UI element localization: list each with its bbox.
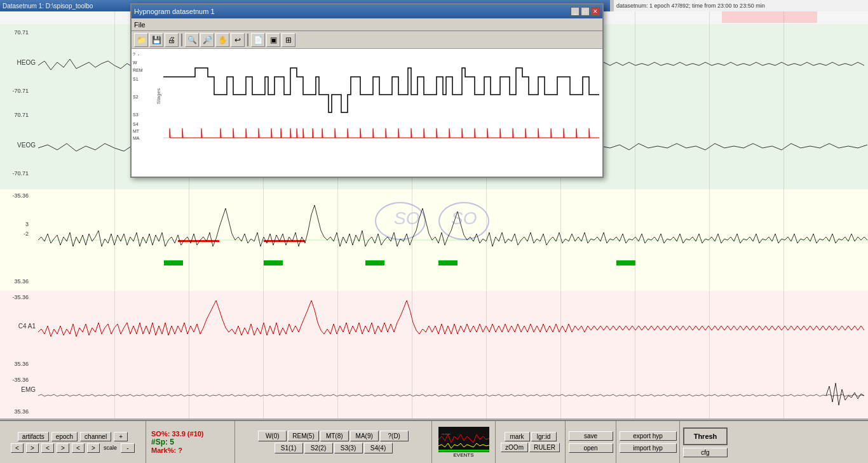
artifacts-btn[interactable]: artifacts	[18, 432, 49, 441]
so-text-2: SO	[451, 208, 477, 229]
veog-label: VEOG	[0, 142, 38, 149]
s1-btn[interactable]: S1(1)	[275, 443, 303, 453]
export-hyp-btn[interactable]: export hyp	[620, 431, 677, 441]
event-row-2: S1(1) S2(2) S3(3) S4(4)	[275, 443, 393, 453]
mini-wave-display: ~~~	[438, 427, 489, 452]
stages-axis-label: Stages	[156, 88, 161, 104]
hypno-menu: File	[132, 18, 602, 31]
left-controls-section: artifacts epoch channel + < > < > < > sc…	[0, 421, 146, 463]
top-highlight-4	[722, 11, 817, 23]
hypno-single-btn[interactable]: ▣	[266, 33, 280, 47]
s4-btn[interactable]: S4(4)	[364, 443, 393, 453]
save-open-section: save open	[566, 421, 616, 463]
vgrid-8	[635, 11, 635, 419]
hypno-print-btn[interactable]: 🖨	[165, 33, 179, 47]
emg-scale-bot: 35.36	[0, 408, 29, 415]
lgrid-btn[interactable]: lgr:id	[531, 432, 557, 441]
hypno-zoomout-btn[interactable]: 🔎	[200, 33, 214, 47]
epoch-btn[interactable]: epoch	[51, 432, 78, 441]
hypno-title: Hypnogram datasetnum 1	[134, 8, 215, 15]
thresh-btn[interactable]: Thresh	[683, 427, 728, 445]
heog-scale-top: 70.71	[0, 29, 29, 36]
hypno-window: Hypnogram datasetnum 1 _ □ ✕ File 📁 💾 🖨 …	[130, 3, 604, 178]
save-btn[interactable]: save	[569, 431, 613, 441]
minus-btn[interactable]: -	[121, 443, 135, 453]
hypno-zoomin-btn[interactable]: 🔍	[185, 33, 199, 47]
hypno-double-btn[interactable]: ⊞	[281, 33, 295, 47]
emg-area: EMG -35.36 35.36	[0, 373, 868, 418]
vgrid-10	[783, 11, 784, 419]
ctrl-row-1: mark lgr:id	[505, 432, 557, 441]
heog-scale-bot: -70.71	[0, 88, 29, 94]
nav-rt-2[interactable]: >	[57, 443, 69, 453]
hypno-page-btn[interactable]: 📄	[251, 33, 265, 47]
c4-scale-top: -35.36	[0, 294, 29, 300]
mark-pct: Mark%: ?	[151, 446, 182, 454]
so-percent: SO%: 33.9 (#10)	[151, 430, 204, 438]
ruler-btn[interactable]: RULER	[529, 443, 560, 452]
event-row-1: W(0) REM(5) MT(8) MA(9) ?(D)	[258, 431, 408, 441]
rem-btn[interactable]: REM(5)	[288, 431, 318, 441]
nav-lt-1[interactable]: <	[11, 443, 24, 453]
nav-rt-3[interactable]: >	[87, 443, 100, 453]
stage-label-q: ? -	[133, 52, 139, 57]
nav-rt-1[interactable]: >	[26, 443, 39, 453]
s2-btn[interactable]: S2(2)	[304, 443, 333, 453]
q-btn[interactable]: ?(D)	[380, 431, 409, 441]
hypno-undo-btn[interactable]: ↩	[231, 33, 245, 47]
events-label[interactable]: EVENTS	[438, 452, 489, 458]
scale-row: < > < > < > scale -	[11, 443, 135, 453]
import-hyp-btn[interactable]: import hyp	[620, 443, 677, 453]
stage-label-s2: S2	[133, 95, 139, 99]
so-text-1: SO	[394, 208, 419, 229]
hypno-close-btn[interactable]: ✕	[591, 7, 600, 16]
open-btn[interactable]: open	[569, 443, 613, 453]
hypno-save-btn[interactable]: 💾	[149, 33, 163, 47]
veog-scale-top: 70.71	[0, 112, 29, 118]
mark-btn[interactable]: mark	[505, 432, 530, 441]
stage-label-s3: S3	[133, 112, 139, 117]
mt-btn[interactable]: MT(8)	[320, 431, 349, 441]
hypno-sep-2	[247, 34, 248, 46]
cfg-btn[interactable]: cfg	[683, 448, 728, 457]
channel-btn[interactable]: channel	[80, 432, 111, 441]
stage-label-s4: S4	[133, 122, 139, 126]
hypno-file-menu[interactable]: File	[134, 21, 146, 29]
info-bar: datasetnum: 1 epoch 47/892; time from 23…	[614, 0, 868, 11]
vgrid-1	[114, 11, 115, 419]
hypno-titlebar: Hypnogram datasetnum 1 _ □ ✕	[132, 4, 602, 18]
s3-btn[interactable]: S3(3)	[334, 443, 363, 453]
hypno-pan-btn[interactable]: ✋	[215, 33, 229, 47]
zoom-btn[interactable]: zOOm	[501, 443, 528, 452]
ctrl-row-2: zOOm RULER	[501, 443, 560, 452]
vgrid-9	[709, 11, 710, 419]
ma-btn[interactable]: MA(9)	[350, 431, 379, 441]
svg-text:~~~: ~~~	[442, 431, 451, 437]
nav-lt-3[interactable]: <	[72, 443, 85, 453]
sp-num: #Sp: 5	[151, 438, 174, 446]
nav-lt-2[interactable]: <	[41, 443, 54, 453]
artifacts-row: artifacts epoch channel +	[18, 432, 128, 441]
c3-trace	[38, 189, 868, 291]
hypno-maximize-btn[interactable]: □	[581, 7, 590, 16]
c3-area: -35.36 3 -2 35.36 SO SO	[0, 189, 868, 291]
svg-rect-2	[438, 450, 489, 452]
time-axis: 1380.0 1383.0 1386.0 1389.0 1392.0 1395.…	[0, 419, 868, 419]
plus-btn[interactable]: +	[114, 432, 128, 441]
c3-scale-3: -2	[0, 231, 29, 237]
control-buttons-section: mark lgr:id zOOm RULER	[496, 421, 566, 463]
hypno-open-btn[interactable]: 📁	[134, 33, 148, 47]
stage-label-w: W	[133, 60, 137, 65]
hypno-svg	[163, 49, 599, 147]
stage-label-mt: MT	[133, 129, 139, 133]
emg-scale-top: -35.36	[0, 377, 29, 383]
stage-label-rem: REM	[133, 68, 143, 72]
thresh-section: Thresh cfg	[680, 421, 731, 463]
hypno-sep-1	[181, 34, 182, 46]
w-btn[interactable]: W(0)	[258, 431, 287, 441]
export-import-section: export hyp import hyp	[616, 421, 680, 463]
hypno-minimize-btn[interactable]: _	[571, 7, 580, 16]
event-buttons-section: W(0) REM(5) MT(8) MA(9) ?(D) S1(1) S2(2)…	[235, 421, 432, 463]
hypno-plot: ? - W REM S1 S2 S3 S4 MT MA Stages	[132, 49, 602, 177]
mini-wave-svg: ~~~	[438, 427, 489, 452]
